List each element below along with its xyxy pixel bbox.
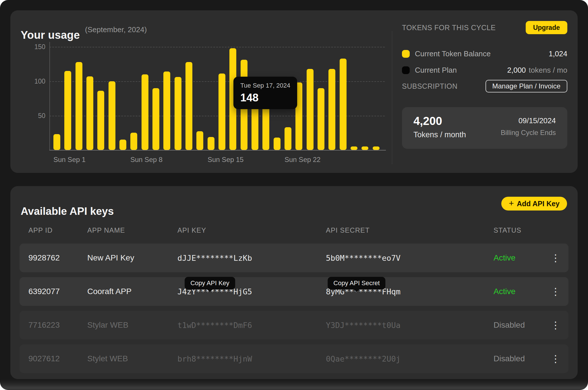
api-keys-title: Available API keys	[21, 205, 114, 217]
x-label-sep15: Sun Sep 15	[208, 156, 243, 164]
plus-icon: +	[509, 199, 514, 208]
billing-cycle-date: 09/15/2024	[501, 116, 556, 125]
usage-bar-sep-7[interactable]	[119, 140, 126, 150]
current-plan-value-suffix: tokens / mo	[529, 66, 567, 75]
row-menu-icon[interactable]: ⋮	[551, 320, 560, 330]
usage-bar-sep-16[interactable]	[218, 74, 225, 150]
copy-api-key-tooltip: Copy API Key	[185, 277, 235, 289]
token-balance-swatch-icon	[402, 50, 410, 58]
plan-summary-card: 4,200 Tokens / month 09/15/2024 Billing …	[402, 107, 567, 149]
plan-amount: 4,200	[413, 115, 466, 128]
app-name-cell: Cooraft APP	[87, 287, 131, 296]
usage-subtitle: (September, 2024)	[85, 25, 147, 34]
usage-bar-sep-24[interactable]	[307, 69, 314, 150]
token-balance-label: Current Token Balance	[415, 49, 491, 58]
api-key-cell[interactable]: brh8********HjnW	[177, 354, 252, 363]
app-id-cell: 9027612	[28, 354, 60, 363]
api-secret-cell[interactable]: Y3DJ********t0Ua	[326, 321, 401, 330]
usage-bar-sep-10[interactable]	[152, 88, 159, 150]
add-api-key-button[interactable]: + Add API Key	[501, 197, 567, 211]
current-plan-swatch-icon	[402, 66, 410, 74]
billing-cycle-label: Billing Cycle Ends	[501, 129, 556, 137]
usage-bar-sep-15[interactable]	[208, 137, 214, 150]
table-row: 9928762 New API Key dJJE********LzKb 5b0…	[20, 244, 568, 272]
table-row: 9027612 Stylet WEB brh8********HjnW 0Qae…	[20, 344, 568, 373]
token-balance-value: 1,024	[549, 49, 567, 58]
usage-bar-sep-27[interactable]	[340, 59, 347, 150]
current-plan-value: 2,000	[507, 66, 526, 75]
usage-bar-chart	[49, 47, 385, 150]
tokens-panel-heading: TOKENS FOR THIS CYCLE	[402, 24, 496, 32]
usage-bar-sep-29[interactable]	[361, 146, 368, 150]
app-name-cell: New API Key	[87, 253, 134, 262]
app-id-cell: 6392077	[28, 287, 60, 296]
app-id-cell: 7716223	[28, 321, 60, 330]
app-name-cell: Stylar WEB	[87, 321, 128, 330]
api-keys-card: Available API keys + Add API Key APP ID …	[10, 186, 578, 379]
manage-plan-button[interactable]: Manage Plan / Invoice	[486, 80, 567, 92]
col-header-app-id: APP ID	[28, 226, 53, 234]
usage-bar-sep-1[interactable]	[53, 134, 60, 150]
usage-bar-sep-9[interactable]	[142, 74, 148, 150]
app-name-cell: Stylet WEB	[87, 354, 128, 363]
usage-bar-sep-26[interactable]	[328, 69, 335, 150]
col-header-app-name: APP NAME	[87, 226, 125, 234]
bottom-reflection	[0, 377, 588, 390]
status-badge: Disabled	[494, 354, 525, 363]
usage-bar-sep-28[interactable]	[351, 146, 357, 150]
usage-bar-sep-5[interactable]	[97, 91, 104, 150]
y-tick-150: 150	[28, 43, 45, 51]
current-plan-label: Current Plan	[415, 66, 457, 75]
chart-tooltip-date: Tue Sep 17, 2024	[240, 82, 290, 89]
tokens-panel: TOKENS FOR THIS CYCLE Upgrade Current To…	[402, 21, 567, 164]
api-key-cell[interactable]: t1wD********DmF6	[177, 321, 252, 330]
upgrade-button[interactable]: Upgrade	[526, 21, 567, 34]
col-header-api-key: API KEY	[177, 226, 206, 234]
usage-card: Your usage (September, 2024) 150 100 50 …	[10, 10, 578, 173]
x-label-sep22: Sun Sep 22	[285, 156, 320, 164]
row-menu-icon[interactable]: ⋮	[551, 354, 560, 364]
x-label-sep1: Sun Sep 1	[53, 156, 86, 164]
status-badge: Active	[494, 253, 515, 262]
copy-api-secret-tooltip: Copy API Secret	[328, 277, 385, 289]
usage-bar-sep-2[interactable]	[64, 71, 71, 150]
usage-bar-sep-14[interactable]	[196, 131, 203, 150]
usage-bar-sep-13[interactable]	[185, 62, 192, 150]
usage-bar-sep-4[interactable]	[86, 76, 93, 150]
api-secret-cell[interactable]: 0Qae********2U0j	[326, 354, 401, 363]
usage-bar-sep-22[interactable]	[285, 127, 291, 150]
status-badge: Disabled	[494, 321, 525, 330]
usage-bar-sep-3[interactable]	[76, 62, 82, 150]
status-badge: Active	[494, 287, 515, 296]
row-menu-icon[interactable]: ⋮	[551, 253, 560, 263]
usage-bar-sep-6[interactable]	[109, 81, 115, 150]
table-row: 7716223 Stylar WEB t1wD********DmF6 Y3DJ…	[20, 311, 568, 339]
col-header-api-secret: API SECRET	[326, 226, 370, 234]
table-row: 6392077 Cooraft APP J4zY********HjG5 8yM…	[20, 277, 568, 306]
panel-divider	[392, 31, 392, 164]
usage-bar-sep-21[interactable]	[274, 138, 281, 150]
subscription-heading: SUBSCRIPTION	[402, 82, 458, 90]
x-label-sep8: Sun Sep 8	[130, 156, 163, 164]
app-id-cell: 9928762	[28, 253, 60, 262]
usage-bar-sep-25[interactable]	[318, 88, 324, 150]
api-key-cell[interactable]: dJJE********LzKb	[177, 254, 252, 262]
usage-bar-sep-8[interactable]	[130, 133, 137, 150]
usage-dashboard: Your usage (September, 2024) 150 100 50 …	[0, 0, 588, 390]
legend-current-plan: Current Plan 2,000 tokens / mo	[402, 66, 567, 74]
row-menu-icon[interactable]: ⋮	[551, 287, 560, 296]
chart-tooltip-value: 148	[240, 92, 290, 104]
legend-token-balance: Current Token Balance 1,024	[402, 50, 567, 58]
x-axis-line	[49, 150, 386, 150]
chart-tooltip: Tue Sep 17, 2024 148	[233, 77, 297, 109]
usage-bar-sep-11[interactable]	[163, 72, 170, 150]
usage-title: Your usage	[21, 29, 80, 41]
col-header-status: STATUS	[494, 226, 521, 234]
usage-bar-sep-12[interactable]	[175, 77, 181, 150]
y-tick-50: 50	[28, 112, 45, 119]
y-tick-100: 100	[28, 78, 45, 85]
usage-bar-sep-30[interactable]	[373, 146, 380, 150]
plan-amount-label: Tokens / month	[413, 130, 466, 139]
add-api-key-label: Add API Key	[517, 200, 560, 208]
api-secret-cell[interactable]: 5b0M********eo7V	[326, 254, 401, 262]
